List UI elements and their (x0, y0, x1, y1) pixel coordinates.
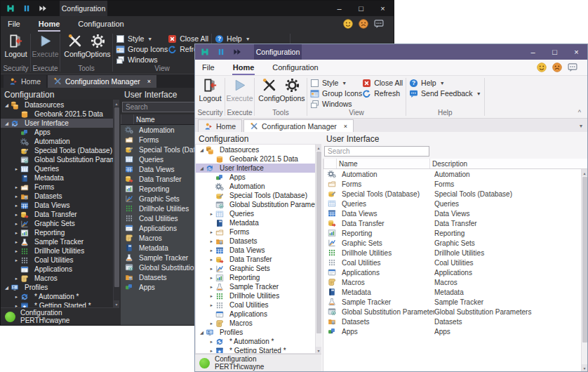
tree-expander-icon[interactable]: ◢ (3, 102, 11, 108)
tree-expander-icon[interactable]: ◢ (3, 285, 11, 291)
group-icons-button[interactable]: Group Icons (310, 88, 362, 98)
pause-button[interactable] (22, 4, 31, 13)
tree-item-queries[interactable]: ▸Queries (196, 209, 315, 218)
titlebar-drag-area[interactable] (302, 44, 522, 60)
group-icons-button[interactable]: Group Icons (116, 44, 168, 54)
tree-item-user-interface[interactable]: ◢User Interface (1, 119, 113, 128)
tree-item-coal-utilities[interactable]: ▸Coal Utilities (196, 300, 315, 310)
tree-expander-icon[interactable]: ▸ (208, 257, 215, 263)
tree-item-macros[interactable]: ▸Macros (1, 274, 113, 283)
config-button[interactable]: Config (258, 77, 281, 102)
tree-expander-icon[interactable]: ◢ (198, 147, 206, 153)
tree-expander-icon[interactable]: ▸ (208, 266, 215, 272)
tree-expander-icon[interactable]: ◢ (3, 121, 11, 126)
tree-item-coal-utilities[interactable]: ▸Coal Utilities (1, 255, 113, 265)
tree-item-datasources[interactable]: ◢Datasources (196, 145, 315, 154)
column-header-name[interactable]: Name (336, 159, 429, 168)
windows-button[interactable]: Windows (310, 99, 362, 109)
table-scrollbar[interactable]: ▴▾ (581, 169, 587, 371)
tree-expander-icon[interactable]: ▸ (208, 211, 215, 217)
tree-item-datasets[interactable]: ▸Datasets (1, 192, 113, 201)
tree-item-apps[interactable]: Apps (196, 173, 315, 182)
tab-close-icon[interactable]: × (344, 123, 347, 130)
windows-button[interactable]: Windows (116, 55, 168, 65)
tree-item-drillhole-utilities[interactable]: ▸Drillhole Utilities (1, 246, 113, 255)
help-button[interactable]: ?Help▼ (215, 34, 287, 44)
close-all-button[interactable]: Close All (362, 78, 403, 88)
table-row-reporting[interactable]: ReportingReporting (323, 228, 581, 238)
table-row-graphic-sets[interactable]: Graphic SetsGraphic Sets (323, 238, 581, 248)
table-row-drillhole-utilities[interactable]: Drillhole UtilitiesDrillhole Utilities (323, 248, 581, 258)
tree-item-reporting[interactable]: ▸Reporting (1, 228, 113, 237)
tree-expander-icon[interactable]: ▸ (13, 212, 20, 218)
logout-button[interactable]: Logout (199, 77, 222, 102)
tree-item-geobank-2021-5-data[interactable]: Geobank 2021.5 Data (196, 154, 315, 164)
tree-expander-icon[interactable]: ▸ (13, 230, 20, 236)
tree-expander-icon[interactable]: ▸ (13, 194, 20, 199)
tree-item-apps[interactable]: Apps (1, 128, 113, 137)
window-title-tab[interactable]: Configuration (254, 44, 302, 60)
scroll-thumb[interactable] (316, 152, 321, 333)
tree-item-queries[interactable]: ▸Queries (1, 164, 113, 173)
tree-item-profiles[interactable]: ◢Profiles (196, 328, 315, 337)
titlebar-drag-area[interactable] (107, 1, 328, 16)
options-button[interactable]: Options (281, 77, 304, 102)
table-row-queries[interactable]: QueriesQueries (323, 199, 581, 208)
tree-item-sample-tracker[interactable]: ▸Sample Tracker (1, 237, 113, 246)
tree-item-forms[interactable]: ▸Forms (196, 227, 315, 237)
tab-configuration-manager[interactable]: Configuration Manager× (243, 119, 354, 132)
tree-item-global-substitution-parameters[interactable]: Global Substitution Parameters (1, 155, 113, 164)
tree-item-geobank-2021-5-data[interactable]: Geobank 2021.5 Data (1, 109, 113, 119)
tree-item-automation[interactable]: Automation (196, 182, 315, 191)
table-row-data-transfer[interactable]: Data TransferData Transfer (323, 218, 581, 228)
tree-item-forms[interactable]: ▸Forms (1, 182, 113, 192)
tree-item-data-transfer[interactable]: ▸Data Transfer (1, 210, 113, 219)
menu-home[interactable]: Home (39, 20, 60, 28)
menu-file[interactable]: File (202, 63, 215, 72)
refresh-button[interactable]: Refresh (362, 88, 403, 98)
execute-button[interactable]: Execute (34, 32, 57, 58)
tree-expander-icon[interactable]: ▸ (208, 248, 215, 253)
tree-item-applications[interactable]: Applications (1, 265, 113, 274)
tree-expander-icon[interactable]: ▸ (13, 258, 20, 263)
tree-item-global-substitution-parameters[interactable]: Global Substitution Parameters (196, 200, 315, 209)
table-row-data-views[interactable]: Data ViewsData Views (323, 208, 581, 218)
tree-item-datasources[interactable]: ◢Datasources (1, 100, 113, 109)
window-title-tab[interactable]: Configuration (60, 1, 107, 16)
table-row-coal-utilities[interactable]: Coal UtilitiesCoal Utilities (323, 258, 581, 267)
table-row-forms[interactable]: FormsForms (323, 179, 581, 189)
tree-item-automation[interactable]: ▸* Automation * (1, 292, 113, 301)
maximize-button[interactable]: □ (544, 44, 566, 60)
scroll-down-icon[interactable]: ▾ (582, 364, 587, 371)
tree-expander-icon[interactable]: ◢ (198, 166, 206, 171)
scroll-up-icon[interactable]: ▴ (316, 144, 321, 151)
menu-home[interactable]: Home (233, 63, 255, 72)
tree-scrollbar[interactable]: ▴▾ (113, 100, 119, 307)
tree-item-getting-started[interactable]: ▸* Getting Started * (1, 301, 113, 307)
table-row-macros[interactable]: MacrosMacros (323, 277, 581, 287)
table-row-global-substitution-parameters[interactable]: Global Substitution ParametersGlobal Sub… (323, 307, 581, 317)
menu-configuration[interactable]: Configuration (78, 20, 123, 28)
table-row-sample-tracker[interactable]: Sample TrackerSample Tracker (323, 297, 581, 307)
tree-item-drillhole-utilities[interactable]: ▸Drillhole Utilities (196, 291, 315, 300)
tree-expander-icon[interactable]: ▸ (13, 221, 20, 227)
close-button[interactable]: × (372, 1, 394, 16)
tab-overflow-button[interactable]: ▾ (580, 123, 582, 129)
ribbon-collapse-button[interactable]: ^ (578, 109, 581, 116)
tree-expander-icon[interactable]: ◢ (198, 330, 206, 336)
tree-item-getting-started[interactable]: ▸* Getting Started * (196, 346, 315, 354)
tree-item-reporting[interactable]: ▸Reporting (196, 273, 315, 282)
fast-forward-button[interactable] (233, 48, 241, 56)
column-header-description[interactable]: Description (429, 159, 587, 168)
tree-item-macros[interactable]: ▸Macros (196, 319, 315, 328)
minimize-button[interactable]: – (328, 1, 350, 16)
config-button[interactable]: Config (63, 32, 86, 58)
tree-expander-icon[interactable]: ▸ (208, 293, 215, 299)
tree-expander-icon[interactable]: ▸ (208, 239, 215, 244)
maximize-button[interactable]: □ (350, 1, 372, 16)
tree-item-automation[interactable]: Automation (1, 137, 113, 146)
tree-expander-icon[interactable]: ▸ (13, 166, 20, 172)
sad-face-button[interactable] (359, 19, 368, 29)
tree-item-data-views[interactable]: ▸Data Views (196, 246, 315, 255)
tab-configuration-manager[interactable]: Configuration Manager× (48, 75, 156, 88)
